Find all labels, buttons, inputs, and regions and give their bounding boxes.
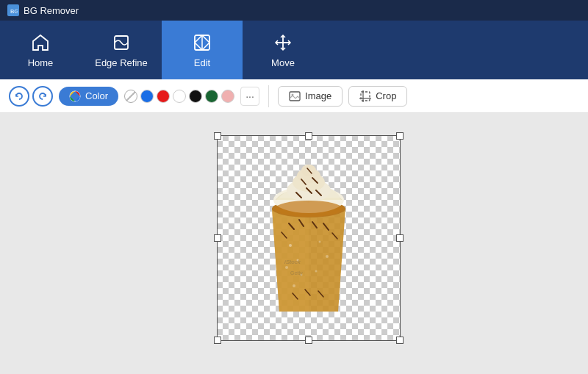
crop-button-label: Crop <box>376 90 396 101</box>
svg-rect-6 <box>290 92 300 101</box>
swatch-red[interactable] <box>157 90 170 103</box>
image-icon <box>289 90 301 102</box>
svg-rect-8 <box>361 92 370 101</box>
color-button-label: Color <box>85 90 108 101</box>
swatch-blue[interactable] <box>140 90 154 103</box>
undo-redo-group <box>9 86 53 107</box>
color-wheel-icon <box>69 90 81 102</box>
color-swatches <box>124 90 234 103</box>
crop-button[interactable]: Crop <box>348 86 407 107</box>
move-icon <box>273 32 293 53</box>
crop-handle-bottom-left[interactable] <box>214 337 221 344</box>
nav-edge-refine-label: Edge Refine <box>95 57 148 68</box>
nav-edit[interactable]: Edit <box>162 21 243 79</box>
swatch-dark-green[interactable] <box>205 90 218 103</box>
crop-handle-top-left[interactable] <box>214 132 221 140</box>
color-button[interactable]: Color <box>59 87 118 106</box>
crop-handle-middle-right[interactable] <box>396 234 404 242</box>
home-icon <box>30 32 51 53</box>
nav-edge-refine[interactable]: Edge Refine <box>81 21 162 79</box>
top-nav: Home Edge Refine Edit Move <box>0 21 588 79</box>
title-bar: BG BG Remover <box>0 0 588 21</box>
crop-box[interactable] <box>217 135 401 341</box>
swatch-transparent[interactable] <box>124 90 137 103</box>
more-colors-button[interactable]: ··· <box>240 87 259 106</box>
more-label: ··· <box>245 90 254 102</box>
edit-icon <box>192 32 212 53</box>
nav-edit-label: Edit <box>194 57 210 68</box>
swatch-white[interactable] <box>173 90 186 103</box>
toolbar: Color ··· Image Crop <box>0 79 588 113</box>
image-button-label: Image <box>305 90 331 101</box>
crop-icon <box>359 90 371 102</box>
toolbar-divider <box>268 85 269 107</box>
canvas-area: iStock Getty <box>0 113 588 374</box>
nav-move-label: Move <box>271 57 295 68</box>
app-icon: BG <box>7 4 19 16</box>
app-title: BG Remover <box>24 5 79 16</box>
crop-handle-bottom-right[interactable] <box>396 337 404 344</box>
crop-handle-top-middle[interactable] <box>305 132 312 140</box>
svg-text:BG: BG <box>10 8 18 15</box>
edge-refine-icon <box>111 32 132 53</box>
swatch-pink[interactable] <box>221 90 234 103</box>
crop-handle-middle-left[interactable] <box>214 234 221 242</box>
undo-button[interactable] <box>9 86 29 107</box>
crop-handle-bottom-middle[interactable] <box>305 337 312 344</box>
redo-button[interactable] <box>32 86 53 107</box>
swatch-black[interactable] <box>189 90 202 103</box>
image-button[interactable]: Image <box>278 86 343 107</box>
nav-move[interactable]: Move <box>243 21 323 79</box>
nav-home[interactable]: Home <box>0 21 81 79</box>
crop-handle-top-right[interactable] <box>396 132 404 140</box>
nav-home-label: Home <box>28 57 54 68</box>
